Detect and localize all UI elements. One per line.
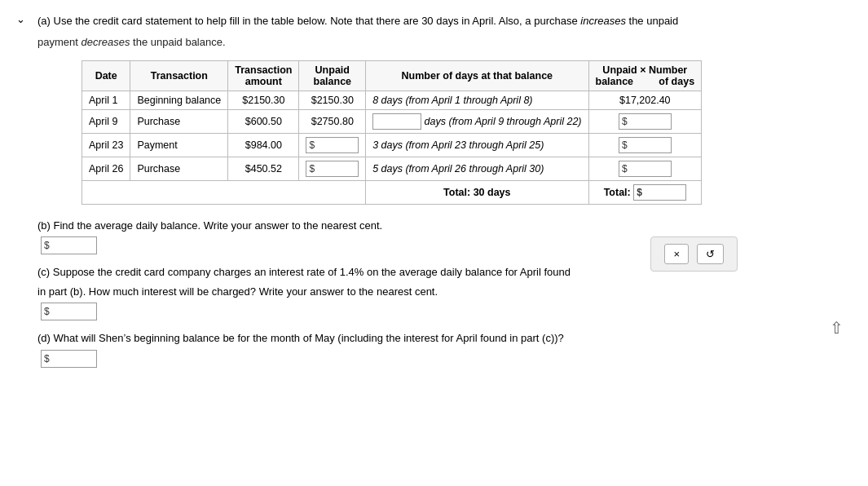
main-table: Date Transaction Transaction amount Unpa… xyxy=(82,60,702,205)
col-product-line4: of days xyxy=(659,76,694,87)
row3-balance-cell: $ xyxy=(299,133,366,157)
row1-days: 8 days (from April 1 through April 8) xyxy=(366,91,588,109)
action-buttons: × ↺ xyxy=(650,236,738,272)
answer-b-dollar: $ xyxy=(44,240,50,251)
row1-date: April 1 xyxy=(82,91,130,109)
row3-product-input-box: $ xyxy=(619,137,672,153)
top-bar: ⌄ (a) Use the credit card statement to h… xyxy=(16,13,852,28)
col-days-header: Number of days at that balance xyxy=(366,60,588,91)
total-days-label: Total: 30 days xyxy=(366,180,588,204)
row4-product-cell: $ xyxy=(588,157,702,180)
part-d-label: (d) What will Shen’s beginning balance b… xyxy=(37,330,852,347)
row4-dollar2: $ xyxy=(622,163,628,175)
col-amount-header: Transaction amount xyxy=(228,60,299,91)
answer-b-input[interactable] xyxy=(51,240,94,251)
row2-transaction: Purchase xyxy=(130,109,228,133)
total-product-input-box: $ xyxy=(633,184,686,201)
col-product-header: Unpaid × Number balance of days xyxy=(588,60,702,91)
col-amount-line2: amount xyxy=(245,76,282,87)
col-product-line1: Unpaid xyxy=(602,64,637,76)
row4-transaction: Purchase xyxy=(130,157,228,180)
instructions-line2: payment decreases the unpaid balance. xyxy=(37,34,852,51)
row2-dollar: $ xyxy=(622,116,628,127)
row2-date: April 9 xyxy=(82,109,130,133)
col-product-line2: balance xyxy=(596,76,634,87)
row4-balance-cell: $ xyxy=(299,157,366,180)
table-row: April 23 Payment $984.00 $ 3 days (from … xyxy=(82,133,702,157)
row2-days: days (from April 9 through April 22) xyxy=(366,109,588,133)
total-empty xyxy=(82,180,366,204)
table-row: April 26 Purchase $450.52 $ 5 days (from… xyxy=(82,157,702,180)
total-dollar: $ xyxy=(637,187,642,198)
row2-days-input-box xyxy=(372,113,421,130)
row2-days-input[interactable] xyxy=(376,116,399,127)
answer-b-input-box: $ xyxy=(41,236,97,254)
row4-product-input-box: $ xyxy=(619,161,672,177)
row3-date: April 23 xyxy=(82,133,130,157)
col-date-header: Date xyxy=(82,60,130,91)
part-b-label: (b) Find the average daily balance. Writ… xyxy=(37,218,852,234)
answer-d-dollar: $ xyxy=(44,353,50,364)
table-row: April 9 Purchase $600.50 $2750.80 days (… xyxy=(82,109,702,133)
arrow-icon[interactable]: ⇧ xyxy=(830,318,844,338)
row1-transaction: Beginning balance xyxy=(130,91,228,109)
row2-product-cell: $ xyxy=(588,109,702,133)
total-row: Total: 30 days Total: $ xyxy=(82,180,702,204)
row3-product-input[interactable] xyxy=(629,139,668,151)
part-c-label2: in part (b). How much interest will be c… xyxy=(37,284,852,300)
answer-c-input-box: $ xyxy=(41,303,97,320)
chevron-down-icon[interactable]: ⌄ xyxy=(16,13,31,28)
col-transaction-header: Transaction xyxy=(130,60,228,91)
col-product-x: × xyxy=(640,64,645,76)
row4-dollar1: $ xyxy=(309,163,315,175)
undo-button[interactable]: ↺ xyxy=(697,244,724,264)
row3-dollar1: $ xyxy=(309,139,315,151)
col-amount-line1: Transaction xyxy=(235,64,292,76)
part-a-label: (a) Use the credit card statement to hel… xyxy=(37,15,678,27)
col-balance-line1: Unpaid xyxy=(315,64,350,76)
answer-c-input[interactable] xyxy=(51,306,94,317)
row3-days: 3 days (from April 23 through April 25) xyxy=(366,133,588,157)
row3-balance-input[interactable] xyxy=(316,139,355,151)
row3-transaction: Payment xyxy=(130,133,228,157)
row4-product-input[interactable] xyxy=(629,163,668,175)
row2-amount: $600.50 xyxy=(228,109,299,133)
row1-amount: $2150.30 xyxy=(228,91,299,109)
row3-product-cell: $ xyxy=(588,133,702,157)
row3-dollar2: $ xyxy=(622,139,628,151)
row3-amount: $984.00 xyxy=(228,133,299,157)
row4-days: 5 days (from April 26 through April 30) xyxy=(366,157,588,180)
row4-amount: $450.52 xyxy=(228,157,299,180)
table-row: April 1 Beginning balance $2150.30 $2150… xyxy=(82,91,702,109)
answer-c-dollar: $ xyxy=(44,306,50,317)
row4-date: April 26 xyxy=(82,157,130,180)
total-product-input[interactable] xyxy=(644,187,683,198)
row2-product-input-box: $ xyxy=(619,113,672,130)
row2-product-input[interactable] xyxy=(629,116,668,127)
row3-balance-input-box: $ xyxy=(306,137,359,153)
page-container: ⌄ (a) Use the credit card statement to h… xyxy=(0,0,868,486)
check-button[interactable]: × xyxy=(664,244,689,264)
row2-balance: $2750.80 xyxy=(299,109,366,133)
row4-balance-input[interactable] xyxy=(316,163,355,175)
answer-d-input[interactable] xyxy=(51,353,94,364)
col-product-line3: Number xyxy=(649,64,687,76)
total-product-cell: Total: $ xyxy=(588,180,702,204)
col-balance-line2: balance xyxy=(314,76,352,87)
answer-d-input-box: $ xyxy=(41,350,97,368)
row1-product: $17,202.40 xyxy=(588,91,702,109)
section-c: (c) Suppose the credit card company char… xyxy=(37,264,852,320)
table-wrapper: Date Transaction Transaction amount Unpa… xyxy=(82,60,852,205)
row1-balance: $2150.30 xyxy=(299,91,366,109)
row4-balance-input-box: $ xyxy=(306,161,359,177)
section-d: (d) What will Shen’s beginning balance b… xyxy=(37,330,852,368)
col-balance-header: Unpaid balance xyxy=(299,60,366,91)
